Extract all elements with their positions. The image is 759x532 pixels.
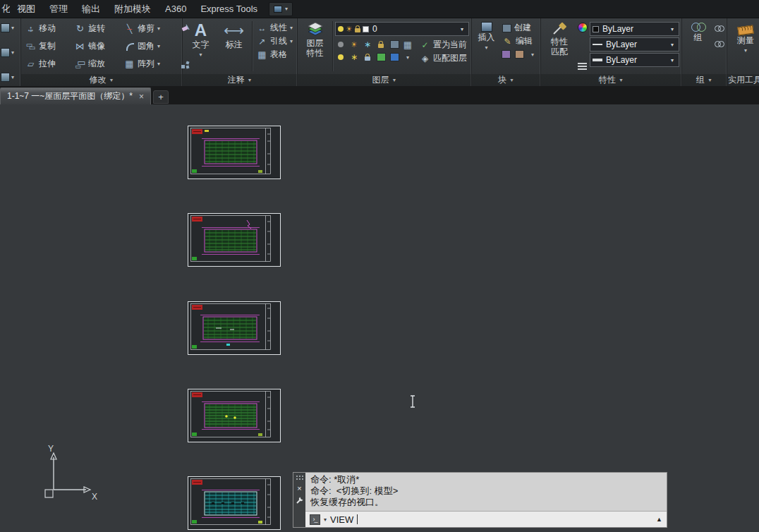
match-layer-button[interactable]: 匹配图层 (418, 52, 469, 65)
layer-lock-button[interactable] (375, 39, 387, 50)
current-layer-value: 0 (371, 24, 456, 34)
ungroup-button[interactable] (713, 23, 724, 34)
block-tool-button[interactable] (514, 49, 525, 60)
text-tool-button[interactable]: A 文字 (185, 20, 217, 73)
insert-block-button[interactable]: 插入 (474, 20, 499, 73)
layer-properties-button[interactable]: 图层特性 (300, 20, 330, 73)
ucs-y-label: Y (48, 445, 54, 454)
layer-isolate-button[interactable]: ☀ (348, 39, 360, 50)
drawing-area[interactable]: Y X 命令: *取消* 命令: <切换到: 模型> 恢复缓存的视口。 (0, 104, 759, 532)
floor-plan-preview (188, 213, 281, 267)
group-icon (691, 22, 705, 32)
clipped-tool-button[interactable] (1, 69, 20, 85)
ribbon-tab-view[interactable]: 视图 (10, 0, 42, 18)
panel-label-layers[interactable]: 图层 (298, 74, 471, 86)
group-button[interactable]: 组 (684, 20, 712, 73)
panel-properties: 特性匹配 ByLayer ByLayer ByL (541, 18, 682, 86)
stretch-button[interactable]: 拉伸 (23, 57, 73, 71)
move-label: 移动 (39, 23, 56, 35)
array-button[interactable]: 阵列 (122, 57, 176, 71)
layer-select[interactable]: ☀ 0 (335, 22, 469, 36)
ribbon-options-button[interactable] (269, 2, 293, 16)
drawing-thumbnail[interactable] (188, 213, 281, 267)
unlock-icon (365, 56, 370, 61)
ribbon-tab-manage[interactable]: 管理 (42, 0, 75, 18)
object-color-select[interactable]: ByLayer (590, 22, 679, 36)
command-expand-icon[interactable] (656, 516, 662, 523)
layer-tool-button[interactable] (389, 52, 400, 63)
match-properties-button[interactable]: 特性匹配 (543, 20, 576, 73)
file-tab-close-icon[interactable] (139, 92, 144, 101)
layer-tool-button[interactable] (402, 39, 413, 50)
object-color-value: ByLayer (601, 24, 666, 34)
color-wheel-icon[interactable] (578, 23, 588, 32)
create-block-button[interactable]: 创建 (500, 21, 538, 35)
text-icon: A (195, 22, 207, 39)
panel-label-block[interactable]: 块 (472, 74, 540, 86)
new-tab-button[interactable]: + (153, 90, 169, 104)
ribbon-tab-partial[interactable]: 化 (0, 0, 10, 18)
measure-button[interactable]: 测量 (729, 20, 759, 73)
layer-walk-button[interactable] (375, 52, 387, 63)
drawing-thumbnail[interactable] (188, 476, 281, 530)
measure-ruler-icon (737, 25, 753, 36)
layer-tools-dropdown[interactable] (402, 52, 413, 63)
panel-layers: 图层特性 ☀ 0 ☀ ∗ (298, 18, 472, 86)
properties-list-icon[interactable] (578, 63, 587, 70)
command-input-text[interactable]: VIEW (330, 514, 353, 525)
command-customize-icon[interactable] (296, 496, 304, 504)
file-tab-active[interactable]: 1-1~7 一~屋面层平面图（绑定）* (0, 87, 151, 104)
panel-label-utilities[interactable]: 实用工具 (727, 74, 759, 86)
clipped-tool-button[interactable] (1, 20, 20, 35)
lineweight-select[interactable]: ByLayer (590, 53, 679, 67)
linear-dimension-button[interactable]: 线性 (255, 21, 295, 35)
layer-on-icon (338, 26, 344, 32)
ribbon-tab-express-tools[interactable]: Express Tools (193, 0, 265, 18)
layer-freeze-button[interactable]: ∗ (362, 39, 373, 50)
drawing-thumbnail[interactable] (188, 301, 281, 355)
layer-off-icon (338, 42, 344, 47)
insert-label: 插入 (478, 33, 495, 43)
insert-block-icon (481, 22, 492, 32)
copy-button[interactable]: 复制 (23, 40, 73, 53)
array-label: 阵列 (138, 58, 154, 70)
panel-label-group[interactable]: 组 (682, 74, 727, 86)
command-input-row[interactable]: VIEW (305, 511, 667, 527)
layer-unisolate-button[interactable] (335, 52, 346, 63)
panel-label-modify[interactable]: 修改 (21, 74, 182, 86)
mirror-button[interactable]: 镜像 (73, 40, 122, 53)
block-attribute-button[interactable] (500, 49, 511, 60)
panel-label-properties[interactable]: 特性 (541, 74, 681, 86)
layer-thaw-button[interactable]: ∗ (348, 52, 360, 63)
drawing-thumbnail[interactable] (188, 389, 281, 442)
ribbon-tab-output[interactable]: 输出 (75, 0, 107, 18)
trim-button[interactable]: 修剪 (122, 22, 176, 35)
panel-label-annotate[interactable]: 注释 (183, 74, 297, 86)
scale-button[interactable]: 缩放 (73, 57, 122, 71)
layer-tool-icon (403, 40, 413, 50)
ribbon-tab-addins[interactable]: 附加模块 (107, 0, 158, 18)
block-tools-dropdown[interactable] (527, 49, 538, 60)
move-button[interactable]: 移动 (23, 22, 73, 35)
linetype-select[interactable]: ByLayer (590, 37, 679, 52)
layer-off-button[interactable] (335, 39, 346, 50)
layer-tool-button[interactable] (389, 39, 400, 50)
rotate-button[interactable]: 旋转 (73, 22, 122, 35)
table-icon (257, 49, 267, 60)
command-window-close-icon[interactable] (297, 485, 301, 492)
mirror-label: 镜像 (88, 40, 105, 52)
table-button[interactable]: 表格 (255, 48, 295, 61)
dimension-tool-button[interactable]: ⟷ 标注 (218, 20, 250, 73)
layer-unlock-button[interactable] (362, 52, 373, 63)
drawing-thumbnail[interactable] (188, 126, 281, 179)
recent-commands-icon[interactable] (324, 516, 327, 523)
group-edit-button[interactable] (713, 38, 724, 49)
fillet-button[interactable]: 圆角 (122, 40, 176, 53)
command-window-drag-handle[interactable] (296, 475, 303, 481)
leader-button[interactable]: 引线 (255, 35, 295, 48)
edit-block-button[interactable]: 编辑 (500, 35, 538, 48)
make-current-button[interactable]: 置为当前 (418, 38, 469, 52)
clipped-tool-button[interactable] (1, 44, 20, 60)
ribbon-tab-a360[interactable]: A360 (158, 0, 193, 18)
command-history-line: 恢复缓存的视口。 (310, 497, 662, 508)
